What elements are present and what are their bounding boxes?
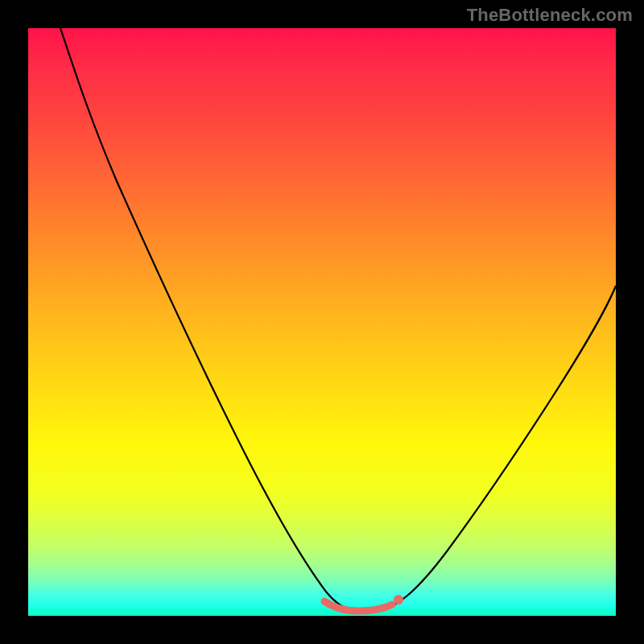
bottleneck-curve-path bbox=[60, 28, 616, 611]
bottleneck-curve-svg bbox=[28, 28, 616, 616]
optimal-range-highlight bbox=[324, 601, 392, 611]
watermark-text: TheBottleneck.com bbox=[467, 5, 633, 26]
chart-frame: TheBottleneck.com bbox=[0, 0, 644, 644]
optimal-range-endpoint-icon bbox=[394, 595, 403, 605]
